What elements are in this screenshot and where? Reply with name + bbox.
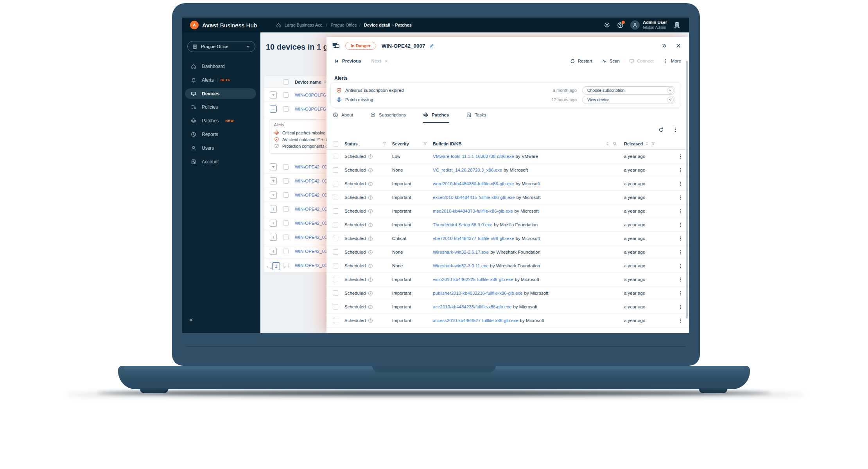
row-checkbox[interactable] [333, 263, 338, 269]
alert-action-dropdown[interactable]: Choose subscription [582, 86, 675, 95]
bulletin-link[interactable]: vbe72010-kb4484377-fullfile-x86-glb.exe [433, 236, 514, 241]
search-icon[interactable] [613, 141, 617, 146]
bulletin-link[interactable]: Wireshark-win32-2.6.17.exe [433, 250, 489, 254]
help-icon[interactable] [368, 291, 373, 296]
row-checkbox[interactable] [283, 92, 289, 98]
scrollbar[interactable] [686, 61, 688, 319]
bulletin-link[interactable]: excel2010-kb4484415-fullfile-x86-glb.exe [433, 195, 515, 200]
row-checkbox[interactable] [283, 106, 289, 112]
device-name-link[interactable]: WIN-OPE42_000 [295, 235, 330, 240]
expand-row-button[interactable]: +− [270, 106, 277, 113]
edit-name-icon[interactable] [429, 43, 434, 48]
kebab-menu-icon[interactable] [678, 250, 683, 255]
expand-row-button[interactable]: +− [270, 91, 277, 98]
kebab-menu-icon[interactable] [678, 318, 683, 323]
sidebar-item[interactable]: Reports [182, 129, 260, 140]
kebab-menu-icon[interactable] [678, 154, 683, 159]
tab[interactable]: Patches [423, 112, 449, 123]
kebab-menu-icon[interactable] [678, 209, 683, 214]
bulletin-link[interactable]: mso2010-kb4484373-fullfile-x86-glb.exe [433, 209, 513, 213]
brand-logo[interactable]: Avast Business Hub [190, 21, 257, 29]
severity-column-header[interactable]: Severity [392, 141, 433, 146]
previous-page-button[interactable]: ‹ [267, 263, 268, 269]
row-checkbox[interactable] [333, 236, 338, 241]
kebab-menu-icon[interactable] [673, 127, 678, 132]
bulletin-link[interactable]: Wireshark-win32-3.0.11.exe [433, 263, 488, 268]
page-number[interactable]: 1 [272, 262, 280, 270]
expand-row-button[interactable]: +− [270, 177, 277, 184]
kebab-menu-icon[interactable] [678, 304, 683, 310]
help-icon[interactable] [368, 304, 373, 310]
row-checkbox[interactable] [333, 154, 338, 159]
bulletin-link[interactable]: VC_redist_14.26.28720.3_x86.exe [433, 168, 502, 172]
filter-icon[interactable] [423, 141, 427, 146]
kebab-menu-icon[interactable] [678, 168, 683, 173]
sort-icon[interactable] [645, 141, 649, 146]
tab[interactable]: Tasks [466, 112, 486, 123]
kebab-menu-icon[interactable] [678, 195, 683, 200]
filter-icon[interactable] [382, 141, 387, 146]
kebab-menu-icon[interactable] [678, 181, 683, 186]
user-menu[interactable]: Admin User Global Admin [630, 20, 667, 30]
device-name-column-header[interactable]: Device name [295, 80, 327, 84]
row-checkbox[interactable] [283, 178, 289, 184]
expand-panel-icon[interactable] [662, 43, 667, 48]
row-checkbox[interactable] [283, 249, 289, 254]
help-icon[interactable] [617, 22, 624, 29]
sidebar-item[interactable]: Policies [182, 102, 260, 112]
help-icon[interactable] [368, 209, 373, 214]
row-checkbox[interactable] [283, 234, 289, 240]
row-checkbox[interactable] [283, 206, 289, 212]
expand-row-button[interactable]: +− [270, 234, 277, 241]
device-name-link[interactable]: WIN-OPE42_000 [295, 221, 330, 226]
action-button[interactable]: More [663, 59, 681, 64]
status-column-header[interactable]: Status [344, 141, 392, 146]
kebab-menu-icon[interactable] [678, 236, 683, 241]
help-icon[interactable] [368, 263, 373, 269]
help-icon[interactable] [368, 250, 373, 255]
tab[interactable]: About [333, 112, 353, 123]
expand-row-button[interactable]: +− [270, 248, 277, 255]
gear-icon[interactable] [604, 22, 610, 29]
help-icon[interactable] [368, 318, 373, 323]
device-name-link[interactable]: WIN-OPE42_000 [295, 179, 330, 183]
expand-row-button[interactable]: +− [270, 206, 277, 213]
previous-device-button[interactable]: Previous [334, 59, 361, 63]
close-icon[interactable] [676, 43, 681, 48]
sidebar-item[interactable]: Alerts BETA [182, 75, 260, 85]
bulletin-link[interactable]: publisher2010-kb4032216-fullfile-x86-glb… [433, 291, 523, 295]
sidebar-item[interactable]: Patches NEW [182, 116, 260, 126]
expand-row-button[interactable]: +− [270, 220, 277, 227]
row-checkbox[interactable] [333, 318, 338, 323]
bulletin-link[interactable]: ace2010-kb4484238-fullfile-x86-glb.exe [433, 304, 511, 309]
row-checkbox[interactable] [283, 192, 289, 198]
bulletin-link[interactable]: visio2010-kb4462225-fullfile-x86-glb.exe [433, 277, 513, 282]
select-all-checkbox[interactable] [333, 141, 338, 147]
expand-row-button[interactable]: +− [270, 192, 277, 199]
alert-action-dropdown[interactable]: View device [582, 96, 675, 104]
row-checkbox[interactable] [283, 220, 289, 226]
device-name-link[interactable]: WIN-OPE42_000 [295, 207, 330, 211]
row-checkbox[interactable] [333, 304, 338, 310]
refresh-icon[interactable] [658, 127, 664, 132]
sidebar-item[interactable]: Account [182, 157, 260, 167]
help-icon[interactable] [368, 168, 373, 173]
kebab-menu-icon[interactable] [678, 291, 683, 296]
device-name-link[interactable]: WIN-OPE42_000 [295, 249, 330, 254]
bulletin-column-header[interactable]: Bulletin ID/KB [433, 141, 624, 146]
action-button[interactable]: Restart [570, 59, 592, 64]
help-icon[interactable] [368, 181, 373, 186]
action-button[interactable]: Connect [629, 59, 654, 64]
next-page-button[interactable]: › [284, 263, 285, 269]
row-checkbox[interactable] [333, 167, 338, 173]
sidebar-item[interactable]: Devices [185, 88, 256, 99]
tab[interactable]: Subscriptions [370, 112, 406, 123]
help-icon[interactable] [368, 195, 373, 200]
device-name-link[interactable]: WIN-OPE42_000 [295, 193, 330, 197]
released-column-header[interactable]: Released [624, 141, 672, 146]
sort-icon[interactable] [605, 141, 610, 146]
row-checkbox[interactable] [333, 195, 338, 200]
company-switch-icon[interactable] [674, 22, 680, 29]
expand-row-button[interactable]: +− [270, 163, 277, 170]
device-name-link[interactable]: WIN-OPE42_000 [295, 165, 330, 169]
